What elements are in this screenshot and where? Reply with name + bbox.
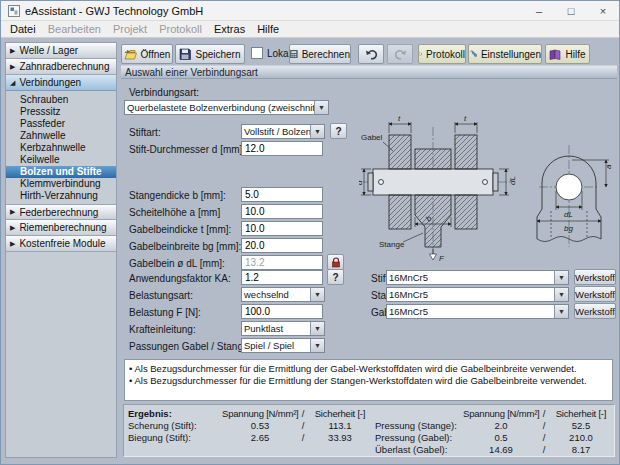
belastungsart-dropdown[interactable]: wechselnd ▼ bbox=[241, 287, 325, 302]
close-button[interactable]: × bbox=[587, 1, 619, 21]
material-stift-dropdown[interactable]: 16MnCr5 ▼ bbox=[386, 270, 569, 285]
sidebar-item-passfeder[interactable]: Passfeder bbox=[6, 118, 116, 130]
menu-bearbeiten: Bearbeiten bbox=[42, 22, 107, 36]
gabelbeinbreite-input[interactable] bbox=[241, 238, 323, 253]
stangendicke-input[interactable] bbox=[241, 187, 323, 202]
lokal-checkbox-label: Lokal bbox=[267, 48, 291, 59]
sidebar-item-federberechnung[interactable]: ▶ Federberechnung bbox=[6, 204, 116, 220]
settings-button[interactable]: Einstellungen bbox=[468, 44, 542, 64]
note-line: • Als Bezugsdurchmesser für die Ermittlu… bbox=[129, 363, 608, 375]
sidebar-item-klemmverbindung[interactable]: Klemmverbindung bbox=[6, 178, 116, 190]
undo-button[interactable] bbox=[358, 44, 384, 64]
protocol-button-label: Protokoll bbox=[426, 49, 465, 60]
chevron-down-icon[interactable]: ▼ bbox=[310, 288, 324, 301]
krafteinleitung-dropdown[interactable]: Punktlast ▼ bbox=[241, 321, 325, 336]
chevron-down-icon[interactable]: ▼ bbox=[314, 101, 328, 114]
help-book-icon bbox=[549, 49, 561, 60]
chevron-down-icon[interactable]: ▼ bbox=[554, 288, 568, 301]
result-value: 0.5 bbox=[463, 432, 539, 444]
open-button[interactable]: Öffnen bbox=[121, 44, 173, 64]
werkstoff-stange-button[interactable]: Werkstoff bbox=[574, 286, 616, 302]
result-value: 113.1 bbox=[308, 420, 372, 432]
open-button-label: Öffnen bbox=[141, 49, 171, 60]
app-icon bbox=[8, 5, 20, 17]
chevron-down-icon[interactable]: ▼ bbox=[554, 305, 568, 318]
lock-button[interactable] bbox=[327, 254, 344, 270]
sidebar-item-hirth-verzahnung[interactable]: Hirth-Verzahnung bbox=[6, 190, 116, 202]
gabelbeinbreite-label: Gabelbeinbreite bg [mm]: bbox=[129, 241, 241, 252]
calculate-button-label: Berechnen bbox=[302, 49, 350, 60]
scheitelhoehe-input[interactable] bbox=[241, 204, 323, 219]
werkstoff-gabel-button[interactable]: Werkstoff bbox=[574, 303, 616, 319]
sidebar-item-riemenberechnung[interactable]: ▶ Riemenberechnung bbox=[6, 220, 116, 236]
help-button-label: Hilfe bbox=[565, 49, 585, 60]
save-button[interactable]: Speichern bbox=[175, 44, 245, 64]
passungen-dropdown[interactable]: Spiel / Spiel ▼ bbox=[241, 338, 325, 353]
chevron-down-icon[interactable]: ▼ bbox=[310, 125, 324, 138]
results-col-sicherheit: Sicherheit [-] bbox=[308, 408, 372, 420]
sidebar-item-kerbzahnwelle[interactable]: Kerbzahnwelle bbox=[6, 142, 116, 154]
connection-diagram: Gabel Stange t t d dL b F a dL bg bbox=[359, 111, 616, 263]
results-col-sicherheit: Sicherheit [-] bbox=[549, 408, 613, 420]
scheitelhoehe-label: Scheitelhöhe a [mm] bbox=[129, 207, 220, 218]
lokal-checkbox-group[interactable]: Lokal bbox=[251, 47, 291, 59]
sidebar-item-welle-lager[interactable]: ▶ Welle / Lager bbox=[6, 43, 116, 59]
sidebar-item-bolzen-und-stifte[interactable]: Bolzen und Stifte bbox=[6, 166, 116, 178]
result-value: 33.93 bbox=[308, 432, 372, 444]
sidebar-item-verbindungen[interactable]: ◢ Verbindungen bbox=[6, 75, 116, 91]
collapsed-arrow-icon: ▶ bbox=[10, 208, 15, 216]
calculate-button[interactable]: Berechnen bbox=[289, 44, 351, 64]
stiftart-dropdown[interactable]: Vollstift / Bolzen ▼ bbox=[241, 124, 325, 139]
maximize-button[interactable]: □ bbox=[555, 1, 587, 21]
material-stange-dropdown[interactable]: 16MnCr5 ▼ bbox=[386, 287, 569, 302]
menu-datei[interactable]: Datei bbox=[4, 22, 42, 36]
anwendungsfaktor-input[interactable] bbox=[241, 270, 323, 285]
results-slash: / bbox=[539, 444, 549, 456]
help-button[interactable]: Hilfe bbox=[545, 44, 590, 64]
menu-extras[interactable]: Extras bbox=[208, 22, 251, 36]
minimize-button[interactable]: – bbox=[523, 1, 555, 21]
lokal-checkbox[interactable] bbox=[251, 47, 263, 59]
results-right-block: Spannung [N/mm²] / Sicherheit [-] Pressu… bbox=[375, 408, 613, 456]
collapsed-arrow-icon: ▶ bbox=[10, 224, 15, 232]
diagram-dim-dl: dL bbox=[508, 176, 517, 185]
gabelbeindicke-input[interactable] bbox=[241, 221, 323, 236]
sidebar-item-presssitz[interactable]: Presssitz bbox=[6, 106, 116, 118]
sidebar-item-schrauben[interactable]: Schrauben bbox=[6, 94, 116, 106]
gabelbein-dl-input bbox=[241, 255, 323, 270]
results-col-spannung: Spannung [N/mm²] bbox=[222, 408, 298, 420]
calculator-icon bbox=[290, 48, 298, 60]
verbindungsart-dropdown[interactable]: Querbelastete Bolzenverbindung (zweischn… bbox=[124, 100, 329, 115]
result-row-label: Überlast (Gabel): bbox=[375, 444, 463, 456]
werkstoff-stift-button[interactable]: Werkstoff bbox=[574, 269, 616, 285]
stiftart-help-button[interactable]: ? bbox=[330, 123, 347, 139]
expanded-arrow-icon: ◢ bbox=[10, 79, 15, 87]
chevron-down-icon[interactable]: ▼ bbox=[310, 339, 324, 352]
result-row-label: Pressung (Gabel): bbox=[375, 432, 463, 444]
diagram-stange-label: Stange bbox=[379, 240, 405, 249]
sidebar-item-keilwelle[interactable]: Keilwelle bbox=[6, 154, 116, 166]
verbindungsart-label: Verbindungsart: bbox=[129, 87, 199, 98]
app-window: eAssistant - GWJ Technology GmbH – □ × D… bbox=[0, 0, 620, 465]
notes-box: • Als Bezugsdurchmesser für die Ermittlu… bbox=[124, 359, 613, 401]
belastungsart-label: Belastungsart: bbox=[129, 290, 193, 301]
stift-durchmesser-input[interactable] bbox=[241, 141, 323, 156]
passungen-value: Spiel / Spiel bbox=[242, 339, 310, 352]
sidebar-item-zahnradberechnung[interactable]: ▶ Zahnradberechnung bbox=[6, 59, 116, 75]
diagram-dim-d: d bbox=[359, 180, 364, 185]
menu-hilfe[interactable]: Hilfe bbox=[251, 22, 285, 36]
chevron-down-icon[interactable]: ▼ bbox=[310, 322, 324, 335]
anwendungsfaktor-help-button[interactable]: ? bbox=[327, 269, 344, 285]
protocol-button[interactable]: Protokoll bbox=[418, 44, 466, 64]
anwendungsfaktor-label: Anwendungsfaktor KA: bbox=[129, 273, 231, 284]
results-slash: / bbox=[298, 408, 308, 420]
material-gabel-dropdown[interactable]: 16MnCr5 ▼ bbox=[386, 304, 569, 319]
menu-bar: Datei Bearbeiten Projekt Protokoll Extra… bbox=[1, 21, 619, 38]
sidebar-item-kostenfreie-module[interactable]: ▶ Kostenfreie Module bbox=[6, 236, 116, 252]
chevron-down-icon[interactable]: ▼ bbox=[554, 271, 568, 284]
sidebar-item-zahnwelle[interactable]: Zahnwelle bbox=[6, 130, 116, 142]
note-line: • Als Bezugsdurchmesser für die Ermittlu… bbox=[129, 375, 608, 387]
results-slash: / bbox=[539, 420, 549, 432]
diagram-dim-t: t bbox=[398, 114, 401, 123]
belastung-input[interactable] bbox=[241, 304, 323, 319]
